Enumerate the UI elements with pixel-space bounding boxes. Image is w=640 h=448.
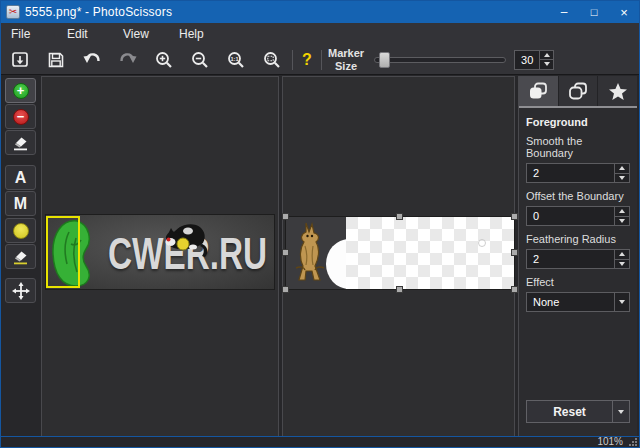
reset-dropdown-arrow[interactable] [612,401,629,422]
yellow-circle-icon [13,223,29,239]
offset-boundary-spinbox[interactable]: 0 [526,206,630,226]
tab-effects[interactable] [598,76,637,106]
marker-size-label: Marker Size [328,47,364,72]
slider-thumb[interactable] [379,52,390,68]
svg-text:1:1: 1:1 [231,55,239,61]
coyote-figure [292,222,328,286]
reset-button[interactable]: Reset [526,400,630,423]
title-bar[interactable]: ✂ 5555.png* - PhotoScissors – □ × [1,1,639,23]
settings-sidebar: Foreground Smooth the Boundary 2 Offset … [518,76,637,437]
eraser-tool[interactable] [5,130,36,155]
menu-help[interactable]: Help [169,27,225,41]
sidebar-tabs [519,76,637,106]
resize-grip[interactable] [628,437,637,446]
background-tab-icon [568,82,588,100]
smooth-boundary-spinbox[interactable]: 2 [526,163,630,183]
foreground-tab-icon [528,82,548,100]
resize-handle-middle-right[interactable] [511,249,518,256]
help-icon: ? [302,51,312,69]
smooth-boundary-value[interactable]: 2 [527,164,614,182]
maximize-button[interactable]: □ [579,1,609,23]
spin-up-button[interactable] [540,51,553,61]
green-plus-icon: + [13,83,29,99]
tab-background[interactable] [559,76,599,106]
tab-foreground[interactable] [519,76,559,106]
effect-dropdown[interactable]: None [526,292,630,312]
resize-handle-bottom-right[interactable] [511,286,518,293]
help-button[interactable]: ? [295,47,319,73]
move-tool[interactable] [5,278,36,303]
spin-up-button[interactable] [615,164,629,174]
alpha-brush-tool[interactable]: A [5,165,36,190]
spin-up-button[interactable] [615,207,629,217]
transparency-checkerboard [286,217,514,289]
undo-button[interactable] [74,47,110,73]
close-button[interactable]: × [609,1,639,23]
redo-button[interactable] [110,47,146,73]
menu-edit[interactable]: Edit [57,27,113,41]
marker-size-spinbox[interactable]: 30 [514,50,554,70]
spin-down-button[interactable] [615,260,629,269]
zoom-out-button[interactable] [182,47,218,73]
remaining-background-region [286,217,346,289]
letter-a-icon: A [15,169,27,187]
original-image[interactable]: CWER.RU [45,214,275,290]
toolbar-separator [292,50,293,70]
background-marker-tool[interactable]: − [5,104,36,129]
result-canvas-panel[interactable] [282,76,515,437]
spin-down-button[interactable] [540,60,553,69]
menu-file[interactable]: File [1,27,57,41]
spin-down-button[interactable] [615,174,629,183]
minimize-button[interactable]: – [549,1,579,23]
main-toolbar: 1:1 ? Marker Size 30 [1,45,639,75]
original-canvas-panel[interactable]: CWER.RU [41,76,279,437]
yellow-marker-tool[interactable] [5,218,36,243]
resize-handle-top-right[interactable] [511,213,518,220]
red-minus-icon: − [13,109,29,125]
marker-size-slider[interactable] [374,52,506,68]
redo-icon [118,50,138,70]
result-image[interactable] [285,216,515,290]
save-button[interactable] [38,47,74,73]
menu-bar: File Edit View Help [1,23,639,45]
effect-value[interactable]: None [527,293,614,311]
offset-boundary-value[interactable]: 0 [527,207,614,225]
menu-view[interactable]: View [113,27,169,41]
mask-tool[interactable]: M [5,191,36,216]
yellow-eraser-tool[interactable] [5,244,36,269]
cat-figure [158,216,212,258]
feathering-radius-spinbox[interactable]: 2 [526,249,630,269]
reset-button-label: Reset [527,401,612,422]
app-icon: ✂ [6,5,20,19]
open-button[interactable] [2,47,38,73]
offset-boundary-label: Offset the Boundary [526,190,630,202]
feathering-radius-value[interactable]: 2 [527,250,614,268]
toolbar-separator [321,50,322,70]
open-icon [10,50,30,70]
eraser-icon [11,134,30,151]
zoom-actual-button[interactable]: 1:1 [218,47,254,73]
undo-icon [82,50,102,70]
spin-down-button[interactable] [615,217,629,226]
smooth-boundary-label: Smooth the Boundary [526,135,630,159]
foreground-marker-tool[interactable]: + [5,78,36,103]
zoom-out-icon [190,50,210,70]
selection-rectangle[interactable] [46,216,80,288]
zoom-fit-button[interactable] [254,47,290,73]
save-icon [46,50,66,70]
feathering-radius-label: Feathering Radius [526,233,630,245]
dropdown-arrow-icon[interactable] [615,293,629,311]
resize-handle-top-left[interactable] [282,213,289,220]
marker-size-value[interactable]: 30 [515,51,539,69]
zoom-level-indicator: 101% [597,437,623,447]
tool-strip: + − A M [1,75,41,436]
window-title: 5555.png* - PhotoScissors [25,5,172,19]
resize-handle-bottom-center[interactable] [396,286,403,293]
faint-residue-mark [478,239,486,247]
move-icon [12,282,30,300]
spin-up-button[interactable] [615,250,629,260]
resize-handle-top-center[interactable] [396,213,403,220]
resize-handle-middle-left[interactable] [282,249,289,256]
zoom-in-button[interactable] [146,47,182,73]
resize-handle-bottom-left[interactable] [282,286,289,293]
